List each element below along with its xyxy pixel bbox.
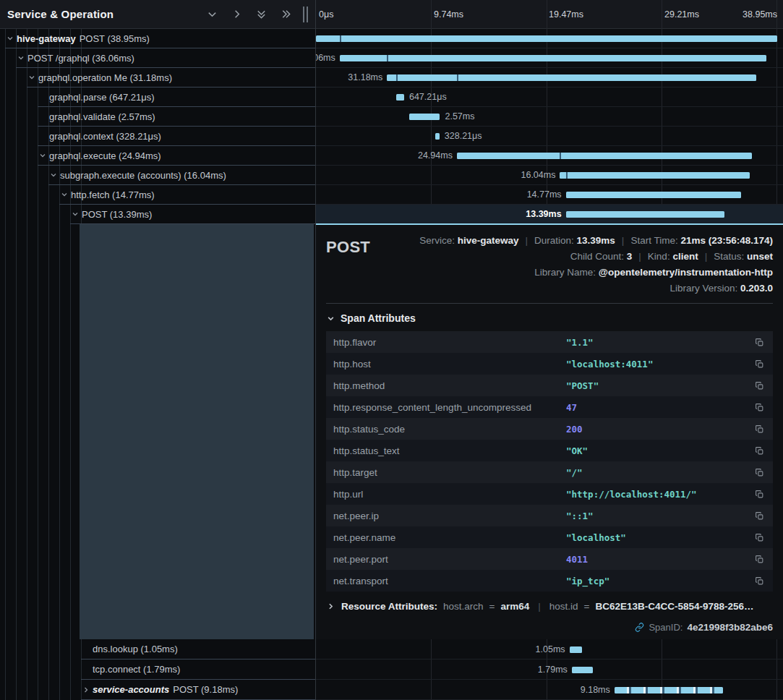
- copy-icon[interactable]: [753, 532, 766, 544]
- copy-icon[interactable]: [753, 445, 766, 457]
- copy-icon[interactable]: [753, 466, 766, 479]
- chevron-down-icon[interactable]: [5, 35, 14, 42]
- attribute-value: "POST": [566, 380, 753, 391]
- panel-resize-handle[interactable]: [303, 6, 308, 23]
- span-bar[interactable]: [615, 687, 723, 693]
- attribute-row: http.url "http://localhost:4011/": [326, 483, 773, 505]
- attribute-value: 200: [566, 424, 753, 435]
- waterfall-row[interactable]: 9.18ms: [316, 680, 783, 700]
- span-bar[interactable]: [387, 74, 756, 81]
- chevron-down-icon[interactable]: [48, 171, 58, 179]
- waterfall-row[interactable]: 24.94ms: [316, 146, 783, 166]
- span-bar[interactable]: [340, 55, 767, 61]
- attribute-key: http.host: [333, 359, 566, 370]
- span-row-tcp-connect[interactable]: tcp.connect (1.79ms): [0, 660, 315, 680]
- span-bar[interactable]: [572, 667, 593, 673]
- waterfall-row[interactable]: 1.05ms: [316, 639, 783, 660]
- copy-icon[interactable]: [753, 488, 766, 500]
- timeline-tick: 9.74ms: [434, 0, 463, 29]
- span-row-service-accounts[interactable]: service-accountsPOST (9.18ms): [0, 680, 315, 700]
- span-bar[interactable]: [409, 114, 440, 120]
- span-row-dns-lookup[interactable]: dns.lookup (1.05ms): [0, 639, 315, 660]
- copy-icon[interactable]: [753, 336, 766, 349]
- span-detail-row-spacer: [80, 224, 314, 639]
- attribute-key: http.response_content_length_uncompresse…: [333, 402, 566, 413]
- chevron-right-icon[interactable]: [81, 686, 90, 693]
- resource-key: host.id: [549, 601, 578, 612]
- trace-viewer: Service & Operation: [0, 0, 783, 700]
- copy-icon[interactable]: [753, 575, 766, 587]
- span-row-graphql-operation[interactable]: graphql.operation Me (31.18ms): [0, 68, 315, 88]
- chevron-down-icon[interactable]: [207, 9, 218, 20]
- waterfall-row[interactable]: 2.57ms: [316, 107, 783, 127]
- chevron-down-icon[interactable]: [59, 191, 69, 198]
- copy-icon[interactable]: [753, 423, 766, 435]
- chevron-right-icon[interactable]: [231, 9, 242, 20]
- copy-icon[interactable]: [753, 553, 766, 565]
- timeline-tick: 29.21ms: [664, 0, 699, 29]
- span-row-post-selected[interactable]: POST (13.39ms): [0, 205, 315, 224]
- span-row-graphql-execute[interactable]: graphql.execute (24.94ms): [0, 146, 315, 166]
- waterfall-row[interactable]: [316, 29, 783, 48]
- tree-header: Service & Operation: [0, 0, 315, 29]
- span-row-hive-gateway-post[interactable]: hive-gatewayPOST (38.95ms): [0, 29, 315, 48]
- double-chevron-down-icon[interactable]: [256, 9, 267, 20]
- span-label: POST (13.39ms): [82, 209, 152, 220]
- resource-attributes-row[interactable]: Resource Attributes: host.arch = arm64 |…: [326, 601, 773, 612]
- span-row-graphql-parse[interactable]: graphql.parse (647.21μs): [0, 88, 315, 107]
- span-service-name: service-accounts: [93, 684, 169, 695]
- library-version-value: 0.203.0: [740, 283, 773, 294]
- span-detail-meta: Service: hive-gateway|Duration: 13.39ms|…: [419, 235, 773, 294]
- waterfall-row[interactable]: 16.04ms: [316, 166, 783, 185]
- divider: [326, 303, 773, 304]
- waterfall-row[interactable]: 31.18ms: [316, 68, 783, 88]
- span-bar[interactable]: [560, 172, 750, 179]
- span-attributes-header[interactable]: Span Attributes: [326, 312, 773, 324]
- span-bar[interactable]: [566, 211, 724, 218]
- attribute-key: net.transport: [333, 576, 566, 586]
- span-duration-label: 1.05ms: [536, 639, 565, 660]
- span-row-subgraph-execute[interactable]: subgraph.execute (accounts) (16.04ms): [0, 166, 315, 185]
- span-duration-label: 36.06ms: [316, 48, 335, 68]
- span-duration-label: 14.77ms: [527, 185, 562, 205]
- kind-value: client: [672, 251, 698, 262]
- chevron-down-icon[interactable]: [70, 210, 80, 218]
- attribute-value: 4011: [566, 554, 753, 565]
- waterfall-row[interactable]: 328.21μs: [316, 127, 783, 146]
- attribute-key: http.status_code: [333, 424, 566, 435]
- span-duration-label: 9.18ms: [581, 680, 610, 700]
- chevron-down-icon[interactable]: [38, 152, 47, 159]
- waterfall-row[interactable]: 36.06ms: [316, 48, 783, 68]
- copy-icon[interactable]: [753, 401, 766, 414]
- span-service-name: hive-gateway: [17, 33, 76, 44]
- library-name-value: @opentelemetry/instrumentation-http: [599, 267, 773, 278]
- double-chevron-right-icon[interactable]: [281, 9, 291, 20]
- chevron-down-icon[interactable]: [27, 74, 36, 81]
- timeline-tick: 19.47ms: [549, 0, 583, 29]
- attribute-value: 47: [566, 402, 753, 413]
- span-row-post-graphql[interactable]: POST /graphql (36.06ms): [0, 48, 315, 68]
- copy-icon[interactable]: [753, 380, 766, 392]
- attribute-row: http.status_code 200: [326, 418, 773, 440]
- span-bar[interactable]: [566, 192, 741, 198]
- span-bar[interactable]: [316, 35, 777, 42]
- span-label: graphql.validate (2.57ms): [49, 111, 155, 122]
- waterfall-row[interactable]: 647.21μs: [316, 88, 783, 107]
- chevron-down-icon[interactable]: [16, 54, 25, 61]
- waterfall-row[interactable]: 1.79ms: [316, 660, 783, 680]
- waterfall-row[interactable]: 14.77ms: [316, 185, 783, 205]
- link-icon[interactable]: [635, 623, 644, 632]
- span-row-graphql-validate[interactable]: graphql.validate (2.57ms): [0, 107, 315, 127]
- span-row-http-fetch[interactable]: http.fetch (14.77ms): [0, 185, 315, 205]
- span-bar[interactable]: [396, 94, 404, 101]
- waterfall-row-selected[interactable]: 13.39ms: [316, 205, 783, 224]
- span-duration-label: 16.04ms: [521, 166, 555, 185]
- span-bar[interactable]: [435, 133, 439, 140]
- span-label: POST (9.18ms): [173, 684, 238, 695]
- copy-icon[interactable]: [753, 358, 766, 370]
- span-bar[interactable]: [570, 646, 582, 653]
- span-bar[interactable]: [457, 153, 753, 159]
- copy-icon[interactable]: [753, 510, 766, 522]
- span-row-graphql-context[interactable]: graphql.context (328.21μs): [0, 127, 315, 146]
- span-duration-label: 31.18ms: [348, 68, 382, 88]
